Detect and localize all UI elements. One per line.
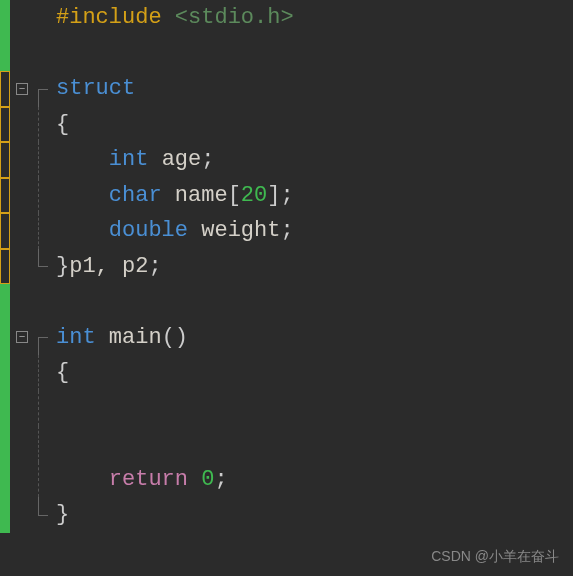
- token-include-close: >: [280, 5, 293, 30]
- token-semicolon: ;: [214, 467, 227, 492]
- code-line[interactable]: char name[20];: [56, 178, 573, 214]
- token-ident: weight: [201, 218, 280, 243]
- token-brace-close: }: [56, 502, 69, 527]
- token-semicolon: ;: [201, 147, 214, 172]
- code-line-blank[interactable]: [56, 391, 573, 427]
- token-brace-close: }: [56, 254, 69, 279]
- code-line-blank[interactable]: [56, 36, 573, 72]
- token-type: int: [109, 147, 149, 172]
- token-indent: [56, 218, 109, 243]
- code-line[interactable]: struct: [56, 71, 573, 107]
- code-line-blank[interactable]: [56, 426, 573, 462]
- token-indent: [56, 183, 109, 208]
- token-number: 0: [201, 467, 214, 492]
- token-return: return: [109, 467, 188, 492]
- token-type: int: [56, 325, 96, 350]
- gutter: − −: [0, 0, 52, 576]
- token-semicolon: ;: [280, 218, 293, 243]
- token-type: char: [109, 183, 162, 208]
- code-line[interactable]: }: [56, 497, 573, 533]
- token-preproc: #include: [56, 5, 175, 30]
- token-include-open: <: [175, 5, 188, 30]
- code-line[interactable]: int age;: [56, 142, 573, 178]
- code-line[interactable]: return 0;: [56, 462, 573, 498]
- token-type: double: [109, 218, 188, 243]
- token-brace-open: {: [56, 112, 69, 137]
- token-bracket-open: [: [228, 183, 241, 208]
- token-indent: [56, 467, 109, 492]
- code-line[interactable]: {: [56, 107, 573, 143]
- code-editor: − − #include <stdio.h> struct { int age;…: [0, 0, 573, 576]
- fold-toggle-icon[interactable]: −: [16, 83, 28, 95]
- token-keyword-struct: struct: [56, 76, 135, 101]
- token-ident: age: [162, 147, 202, 172]
- code-area[interactable]: #include <stdio.h> struct { int age; cha…: [52, 0, 573, 576]
- code-line[interactable]: #include <stdio.h>: [56, 0, 573, 36]
- token-ident: p1, p2: [69, 254, 148, 279]
- watermark: CSDN @小羊在奋斗: [431, 548, 559, 566]
- token-semicolon: ;: [148, 254, 161, 279]
- code-line[interactable]: {: [56, 355, 573, 391]
- code-line[interactable]: }p1, p2;: [56, 249, 573, 285]
- token-function: main: [109, 325, 162, 350]
- token-bracket-close: ]: [267, 183, 280, 208]
- code-line-blank[interactable]: [56, 284, 573, 320]
- token-ident: name: [175, 183, 228, 208]
- token-number: 20: [241, 183, 267, 208]
- token-include-path: stdio.h: [188, 5, 280, 30]
- token-parens: (): [162, 325, 188, 350]
- code-line[interactable]: int main(): [56, 320, 573, 356]
- token-brace-open: {: [56, 360, 69, 385]
- token-indent: [56, 147, 109, 172]
- fold-toggle-icon[interactable]: −: [16, 331, 28, 343]
- code-line[interactable]: double weight;: [56, 213, 573, 249]
- token-semicolon: ;: [280, 183, 293, 208]
